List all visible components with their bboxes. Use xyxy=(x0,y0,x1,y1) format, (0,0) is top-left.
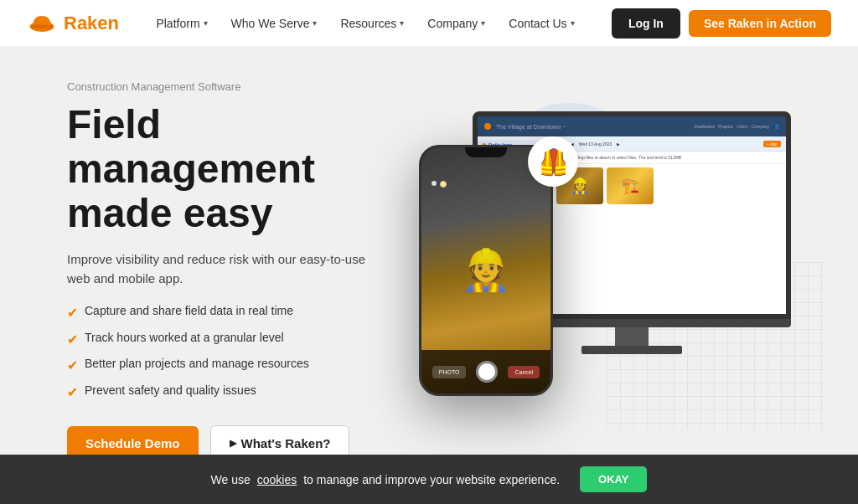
check-icon-4: ✔ xyxy=(67,383,78,402)
hero-eyebrow: Construction Management Software xyxy=(67,80,385,93)
phone-cancel-button[interactable]: Cancel xyxy=(508,366,540,378)
photo-2: 🏗️ xyxy=(607,167,654,204)
phone-shutter-button[interactable] xyxy=(476,361,498,383)
nav-menu: Platform ▾ Who We Serve ▾ Resources ▾ Co… xyxy=(146,10,584,37)
nav-item-contact[interactable]: Contact Us ▾ xyxy=(499,10,584,37)
monitor-base xyxy=(581,346,682,354)
brand-name: Raken xyxy=(64,13,119,34)
logo[interactable]: Raken xyxy=(27,8,119,39)
check-icon-2: ✔ xyxy=(67,331,78,349)
phone-photo-label: PHOTO xyxy=(432,366,467,378)
play-icon: ▶ xyxy=(230,438,236,449)
cookies-link[interactable]: cookies xyxy=(257,473,297,486)
chevron-down-icon: ▾ xyxy=(571,18,575,28)
hero-visuals: 👷 PHOTO Cancel 🦺 The Village at Downtow xyxy=(385,95,808,446)
monitor-user-icon: 👤 xyxy=(774,124,779,129)
cookie-okay-button[interactable]: OKAY xyxy=(580,466,647,492)
chevron-down-icon: ▾ xyxy=(313,18,317,28)
bullet-1: ✔ Capture and share field data in real t… xyxy=(67,303,385,322)
check-icon-3: ✔ xyxy=(67,357,78,375)
cookie-message: We use xyxy=(211,473,251,486)
check-icon-1: ✔ xyxy=(67,304,78,322)
monitor-neck xyxy=(615,327,649,346)
monitor-project-name: The Village at Downtown ~ xyxy=(496,124,690,130)
bullet-4: ✔ Prevent safety and quality issues xyxy=(67,383,385,402)
hero-subtitle: Improve visibility and reduce risk with … xyxy=(67,250,385,288)
chevron-down-icon: ▾ xyxy=(481,18,485,28)
phone-photo: 👷 xyxy=(461,247,511,294)
bullet-2: ✔ Track hours worked at a granular level xyxy=(67,330,385,349)
flash-dot xyxy=(432,181,437,186)
phone-mockup: 👷 PHOTO Cancel xyxy=(419,145,553,396)
phone-camera-controls: PHOTO Cancel xyxy=(421,350,550,393)
phone-device: 👷 PHOTO Cancel xyxy=(419,145,553,396)
hero-bullets: ✔ Capture and share field data in real t… xyxy=(67,303,385,402)
cta-button[interactable]: See Raken in Action xyxy=(689,10,831,37)
nav-item-platform[interactable]: Platform ▾ xyxy=(146,10,217,37)
hero-content: Construction Management Software Field m… xyxy=(67,80,385,461)
phone-flash xyxy=(432,181,447,188)
phone-screen: 👷 PHOTO Cancel xyxy=(421,147,550,393)
monitor-main-content: Today ◀ Wed 13 Aug 2023 ▶ + App Drop and… xyxy=(553,136,786,314)
nav-item-who-we-serve[interactable]: Who We Serve ▾ xyxy=(221,10,328,37)
monitor-topbar: The Village at Downtown ~ Dashboard Proj… xyxy=(478,116,786,136)
chevron-down-icon: ▾ xyxy=(204,18,208,28)
monitor-indicator xyxy=(484,123,491,130)
hero-section: Construction Management Software Field m… xyxy=(0,47,858,495)
chevron-down-icon: ▾ xyxy=(400,18,404,28)
hero-title: Field management made easy xyxy=(67,103,385,235)
logo-icon xyxy=(27,8,57,39)
navbar-actions: Log In See Raken in Action xyxy=(612,8,831,39)
hardhat-icon: 🦺 xyxy=(538,147,569,177)
cookie-message-2: to manage and improve your website exper… xyxy=(303,473,560,486)
monitor-photos-grid: 👷 🏗️ xyxy=(553,164,786,314)
nav-item-resources[interactable]: Resources ▾ xyxy=(330,10,414,37)
phone-notch xyxy=(465,147,507,157)
login-button[interactable]: Log In xyxy=(612,8,680,39)
bullet-3: ✔ Better plan projects and manage resour… xyxy=(67,356,385,375)
svg-rect-1 xyxy=(31,24,52,28)
flash-light xyxy=(440,181,447,188)
monitor-main-header: Today ◀ Wed 13 Aug 2023 ▶ + App xyxy=(553,136,786,152)
nav-item-company[interactable]: Company ▾ xyxy=(417,10,495,37)
monitor-content-title: Drop and drop files to attach to select … xyxy=(553,152,786,164)
monitor-nav-items: Dashboard Projects Users Company xyxy=(695,124,769,129)
cookie-banner: We use cookies to manage and improve you… xyxy=(0,455,858,495)
photo-image-2: 🏗️ xyxy=(607,167,654,204)
navbar: Raken Platform ▾ Who We Serve ▾ Resource… xyxy=(0,0,858,47)
